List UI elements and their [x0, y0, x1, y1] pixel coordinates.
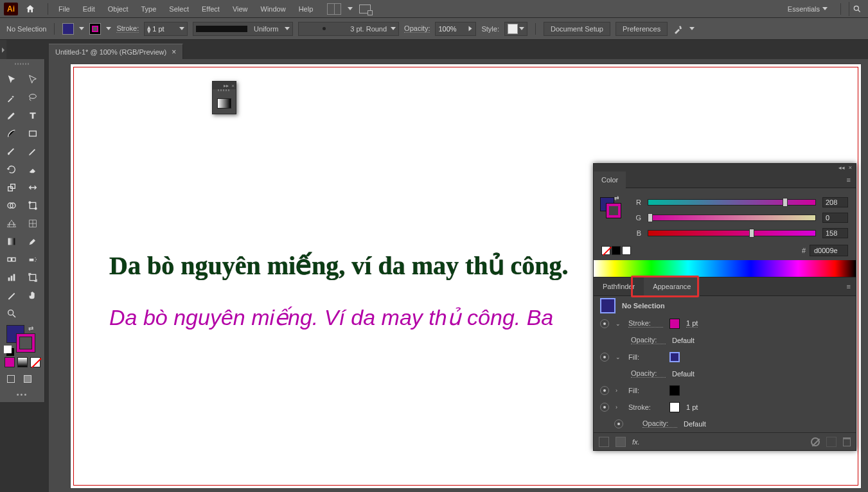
appearance-row-fill2[interactable]: › Fill:	[594, 382, 856, 399]
color-mode-none[interactable]	[30, 357, 40, 367]
color-mode-gradient[interactable]	[17, 357, 28, 367]
opacity-field[interactable]	[435, 22, 476, 36]
tab-color[interactable]: Color	[594, 171, 626, 188]
appearance-stroke-label[interactable]: Stroke:	[628, 319, 663, 328]
eraser-tool[interactable]	[24, 162, 42, 177]
visibility-toggle-icon[interactable]	[600, 353, 609, 362]
menu-window[interactable]: Window	[256, 3, 291, 15]
scale-tool[interactable]	[3, 180, 21, 195]
opacity-label[interactable]: Opacity:	[631, 336, 666, 344]
slider-g-value[interactable]: 0	[822, 213, 848, 223]
opacity-input[interactable]	[438, 25, 464, 33]
opacity-label[interactable]: Opacity:	[631, 369, 666, 378]
left-dock-expand[interactable]	[0, 40, 6, 60]
white-swatch[interactable]	[622, 246, 631, 255]
slider-b-value[interactable]: 158	[822, 228, 848, 238]
chevron-down-icon[interactable]	[179, 27, 184, 30]
chevron-down-icon[interactable]: ⌄	[616, 321, 622, 327]
shape-builder-tool[interactable]	[3, 198, 21, 213]
chevron-down-icon[interactable]: ⌄	[616, 354, 622, 360]
document-tab[interactable]: Untitled-1* @ 100% (RGB/Preview) ×	[49, 44, 183, 59]
menu-file[interactable]: File	[53, 3, 75, 15]
width-tool[interactable]	[24, 180, 42, 195]
black-swatch[interactable]	[612, 246, 621, 255]
fill-color-swatch[interactable]	[669, 385, 680, 396]
chevron-down-icon[interactable]	[689, 27, 695, 30]
opacity-label[interactable]: Opacity:	[404, 24, 430, 33]
blend-tool[interactable]	[3, 252, 21, 267]
stroke-color-swatch[interactable]	[17, 334, 35, 352]
chevron-down-icon[interactable]	[79, 27, 84, 30]
slider-thumb[interactable]	[783, 198, 788, 207]
stroke-weight-field[interactable]: ▴▾	[144, 22, 188, 36]
slice-tool[interactable]	[3, 288, 21, 303]
appearance-row-opacity[interactable]: Opacity: Default	[594, 416, 856, 432]
stroke-color-swatch[interactable]	[669, 319, 680, 329]
slider-b-track[interactable]	[648, 230, 816, 236]
stroke-profile[interactable]: Uniform	[193, 22, 293, 36]
menu-type[interactable]: Type	[136, 3, 162, 15]
lasso-tool[interactable]	[24, 90, 42, 105]
tab-pathfinder[interactable]: Pathfinder	[594, 277, 644, 296]
app-logo[interactable]: Ai	[4, 3, 18, 15]
appearance-stroke-label[interactable]: Stroke:	[628, 403, 663, 411]
clear-appearance-icon[interactable]	[811, 437, 820, 446]
document-setup-button[interactable]: Document Setup	[544, 22, 610, 36]
opacity-label[interactable]: Opacity:	[642, 419, 677, 428]
duplicate-item-icon[interactable]	[826, 437, 837, 447]
swap-fill-stroke-icon[interactable]: ⇄	[614, 195, 619, 201]
menu-object[interactable]: Object	[103, 3, 134, 15]
symbol-sprayer-tool[interactable]	[24, 252, 42, 267]
pen-tool[interactable]	[3, 108, 21, 123]
column-graph-tool[interactable]	[3, 270, 21, 285]
visibility-toggle-icon[interactable]	[600, 319, 609, 328]
mini-panel-header[interactable]: ▸▸×	[213, 82, 236, 89]
search-icon[interactable]	[849, 2, 864, 16]
chevron-right-icon[interactable]: ›	[616, 404, 622, 410]
chevron-right-icon[interactable]: ›	[616, 387, 622, 394]
slider-thumb[interactable]	[749, 229, 754, 238]
color-fillstroke[interactable]: ⇄	[600, 197, 622, 219]
none-color-icon[interactable]	[601, 246, 610, 255]
slider-g-track[interactable]	[648, 215, 816, 221]
panel-menu-icon[interactable]: ≡	[842, 176, 856, 184]
type-tool[interactable]	[24, 108, 42, 123]
appearance-row-fill[interactable]: ⌄ Fill:	[594, 349, 856, 365]
add-new-fill-icon[interactable]	[616, 437, 626, 447]
rectangle-tool[interactable]	[24, 126, 42, 141]
edit-toolbar-icon[interactable]: •••	[3, 388, 42, 398]
eyedropper-tool[interactable]	[24, 234, 42, 249]
pencil-tool[interactable]	[24, 144, 42, 159]
stroke-color-swatch[interactable]	[669, 402, 680, 412]
appearance-row-opacity[interactable]: Opacity: Default	[594, 332, 856, 349]
hex-value-field[interactable]: d0009e	[810, 245, 848, 256]
default-colors-icon[interactable]	[4, 346, 12, 353]
menu-select[interactable]: Select	[164, 3, 194, 15]
appearance-fill-label[interactable]: Fill:	[628, 387, 663, 394]
add-effect-icon[interactable]: fx.	[632, 438, 640, 446]
close-icon[interactable]: ×	[231, 83, 235, 89]
menu-effect[interactable]: Effect	[197, 3, 225, 15]
stroke-label[interactable]: Stroke:	[116, 24, 139, 33]
gradient-tool[interactable]	[3, 234, 21, 249]
rotate-tool[interactable]	[3, 162, 21, 177]
appearance-row-stroke[interactable]: ⌄ Stroke: 1 pt	[594, 315, 856, 332]
workspace-switcher[interactable]: Essentials	[783, 3, 833, 15]
color-mode-solid[interactable]	[4, 357, 15, 367]
stroke-swatch[interactable]	[607, 204, 621, 218]
arrange-documents-icon[interactable]	[327, 3, 341, 15]
color-spectrum[interactable]	[594, 260, 856, 277]
slider-r-value[interactable]: 208	[822, 197, 848, 207]
home-icon[interactable]	[23, 3, 37, 15]
change-screen-mode-icon[interactable]	[21, 373, 35, 385]
panel-grip[interactable]	[3, 63, 42, 69]
collapse-icon[interactable]: ▸▸	[224, 83, 229, 89]
text-object-1[interactable]: Da bò nguyên miếng, ví da may thủ công.	[109, 250, 569, 281]
zoom-tool[interactable]	[3, 306, 21, 321]
tab-appearance[interactable]: Appearance	[644, 277, 700, 296]
direct-selection-tool[interactable]	[24, 72, 42, 87]
line-tool[interactable]	[3, 126, 21, 141]
preferences-button[interactable]: Preferences	[616, 22, 668, 36]
magic-wand-tool[interactable]	[3, 90, 21, 105]
fill-swatch[interactable]	[62, 23, 74, 35]
